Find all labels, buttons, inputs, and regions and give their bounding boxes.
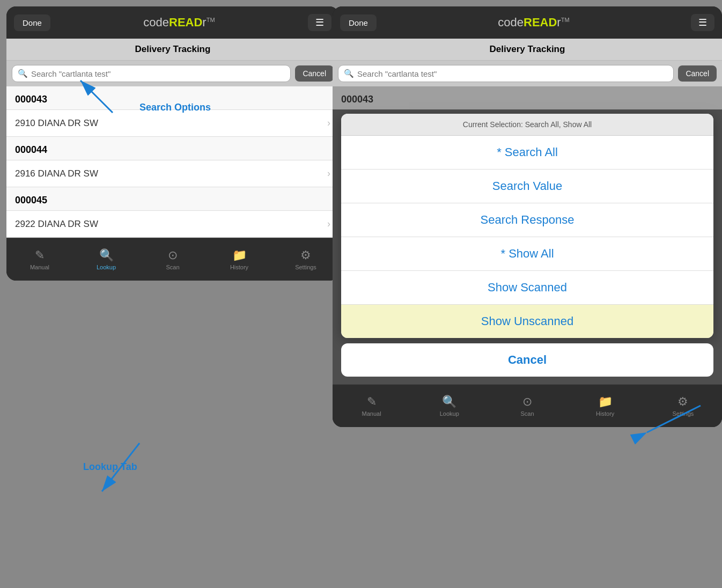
- nav-label-history: History: [230, 264, 248, 270]
- settings-icon-right: ⚙: [677, 395, 688, 409]
- modal-option-show-scanned[interactable]: Show Scanned: [341, 271, 713, 305]
- nav-item-lookup-right[interactable]: 🔍 Lookup: [410, 385, 488, 427]
- modal-cancel-button[interactable]: Cancel: [341, 343, 713, 377]
- search-bar-right: 🔍 Cancel: [333, 61, 722, 86]
- list-item-id-3: 000045: [6, 187, 339, 211]
- scan-icon: ⊙: [168, 248, 178, 262]
- nav-item-scan-right[interactable]: ⊙ Scan: [488, 385, 566, 427]
- modal-background: 000043 Current Selection: Search All, Sh…: [333, 86, 722, 384]
- nav-item-manual-left[interactable]: ✎ Manual: [6, 238, 73, 281]
- list-item-sub-3[interactable]: 2922 DIANA DR SW ›: [6, 211, 339, 238]
- done-button-right[interactable]: Done: [340, 14, 377, 31]
- lookup-icon-right: 🔍: [442, 395, 456, 409]
- search-input-left[interactable]: [31, 69, 285, 78]
- app-title-left: codeREADrTM: [143, 16, 215, 30]
- chevron-icon-3: ›: [327, 218, 330, 230]
- list-item-sub-1[interactable]: 2910 DIANA DR SW ›: [6, 110, 339, 137]
- modal-option-show-unscanned[interactable]: Show Unscanned: [341, 305, 713, 338]
- modal-option-show-all[interactable]: * Show All: [341, 237, 713, 271]
- chevron-icon-1: ›: [327, 117, 330, 129]
- modal-option-search-all[interactable]: * Search All: [341, 136, 713, 170]
- history-icon-right: 📁: [598, 395, 613, 409]
- nav-item-manual-right[interactable]: ✎ Manual: [333, 385, 410, 427]
- nav-label-lookup: Lookup: [97, 264, 116, 270]
- list-item-sub-2[interactable]: 2916 DIANA DR SW ›: [6, 160, 339, 187]
- nav-item-lookup-left[interactable]: 🔍 Lookup: [73, 238, 139, 281]
- modal-option-search-response[interactable]: Search Response: [341, 203, 713, 237]
- bottom-nav-left: ✎ Manual 🔍 Lookup ⊙ Scan 📁 History: [6, 238, 339, 281]
- history-icon: 📁: [232, 248, 247, 262]
- section-header-left: Delivery Tracking: [6, 39, 339, 61]
- modal-option-search-value[interactable]: Search Value: [341, 170, 713, 203]
- search-icon-right: 🔍: [344, 69, 354, 78]
- scan-icon-right: ⊙: [522, 395, 532, 409]
- cancel-button-right[interactable]: Cancel: [678, 65, 717, 82]
- svg-line-3: [102, 443, 139, 491]
- nav-item-scan-left[interactable]: ⊙ Scan: [139, 238, 206, 281]
- nav-label-lookup-right: Lookup: [440, 410, 459, 417]
- bottom-nav-right: ✎ Manual 🔍 Lookup ⊙ Scan 📁 History: [333, 384, 722, 427]
- list-item-id-2: 000044: [6, 137, 339, 160]
- search-input-right[interactable]: [357, 69, 668, 78]
- bg-list-item: 000043: [333, 86, 722, 109]
- modal-box: Current Selection: Search All, Show All …: [341, 114, 713, 338]
- nav-label-settings: Settings: [295, 264, 316, 270]
- manual-icon: ✎: [35, 248, 45, 262]
- done-button-left[interactable]: Done: [14, 14, 50, 31]
- menu-button-left[interactable]: ☰: [308, 14, 331, 31]
- cancel-button-left[interactable]: Cancel: [295, 65, 334, 82]
- settings-icon: ⚙: [300, 248, 311, 262]
- chevron-icon-2: ›: [327, 168, 330, 179]
- nav-item-history-right[interactable]: 📁 History: [566, 385, 644, 427]
- search-bar-left: 🔍 Cancel: [6, 61, 339, 86]
- nav-label-settings-right: Settings: [673, 410, 694, 417]
- list-item-id-1: 000043: [6, 86, 339, 110]
- modal-current-selection: Current Selection: Search All, Show All: [341, 114, 713, 136]
- nav-label-scan: Scan: [166, 264, 179, 270]
- nav-label-manual-right: Manual: [362, 410, 381, 417]
- search-icon-left: 🔍: [18, 69, 28, 78]
- annotation-lookup-tab: Lookup Tab: [83, 461, 137, 473]
- menu-button-right[interactable]: ☰: [691, 14, 714, 31]
- manual-icon-right: ✎: [367, 395, 377, 409]
- app-title-right: codeREADrTM: [498, 16, 569, 30]
- lookup-icon: 🔍: [99, 248, 114, 262]
- section-header-right: Delivery Tracking: [333, 39, 722, 61]
- nav-label-scan-right: Scan: [520, 410, 534, 417]
- nav-item-settings-left[interactable]: ⚙ Settings: [272, 238, 339, 281]
- nav-label-history-right: History: [596, 410, 614, 417]
- nav-item-settings-right[interactable]: ⚙ Settings: [644, 385, 722, 427]
- list-body-left: 000043 2910 DIANA DR SW › 000044 2916 DI…: [6, 86, 339, 238]
- nav-item-history-left[interactable]: 📁 History: [206, 238, 272, 281]
- nav-label-manual: Manual: [30, 264, 49, 270]
